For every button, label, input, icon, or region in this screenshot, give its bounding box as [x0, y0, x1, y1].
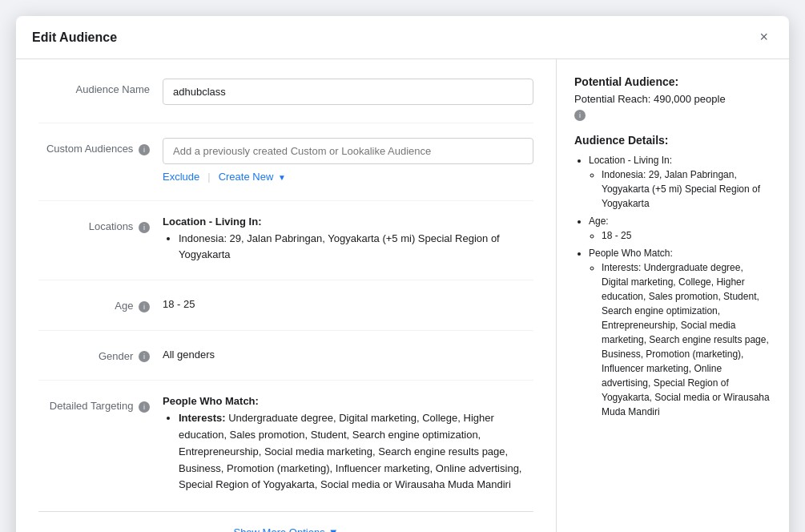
gender-row: Gender i All genders	[38, 330, 533, 363]
create-new-dropdown-icon: ▼	[278, 173, 286, 182]
age-value: 18 - 25	[163, 295, 533, 310]
age-label: Age i	[38, 295, 163, 312]
separator: |	[207, 171, 210, 183]
audience-name-label: Audience Name	[38, 79, 163, 95]
details-age-sub: 18 - 25	[602, 228, 771, 243]
close-button[interactable]: ×	[755, 27, 773, 47]
details-people-match-sublist: Interests: Undergraduate degree, Digital…	[589, 260, 771, 419]
location-list: Indonesia: 29, Jalan Pabringan, Yogyakar…	[163, 231, 533, 262]
detailed-targeting-content: People Who Match: Interests: Undergradua…	[163, 395, 533, 494]
left-panel: Audience Name Custom Audiences i Exclude…	[16, 59, 557, 532]
create-new-button[interactable]: Create New ▼	[219, 171, 286, 183]
details-location-item: Location - Living In: Indonesia: 29, Jal…	[589, 153, 771, 211]
locations-content: Location - Living In: Indonesia: 29, Jal…	[163, 216, 533, 262]
interests-value: Undergraduate degree, Digital marketing,…	[179, 412, 521, 490]
age-info-icon[interactable]: i	[139, 301, 150, 312]
custom-audiences-row: Custom Audiences i Exclude | Create New …	[38, 123, 533, 183]
custom-audiences-input[interactable]	[163, 138, 533, 164]
show-more-dropdown-icon: ▼	[328, 526, 339, 532]
age-row: Age i 18 - 25	[38, 280, 533, 312]
details-people-match-item: People Who Match: Interests: Undergradua…	[589, 246, 771, 419]
potential-reach: Potential Reach: 490,000 people	[574, 93, 771, 105]
locations-label: Locations i	[38, 216, 163, 233]
custom-audiences-label: Custom Audiences i	[38, 138, 163, 155]
people-match-title: People Who Match:	[163, 395, 533, 407]
location-type: Location - Living In:	[163, 216, 533, 228]
audience-details-list: Location - Living In: Indonesia: 29, Jal…	[574, 153, 771, 419]
custom-audiences-info-icon[interactable]: i	[139, 144, 150, 155]
modal-header: Edit Audience ×	[16, 16, 789, 59]
details-location-sub: Indonesia: 29, Jalan Pabringan, Yogyakar…	[602, 167, 771, 211]
details-people-match-sub: Interests: Undergraduate degree, Digital…	[602, 260, 771, 419]
gender-content: All genders	[163, 345, 533, 361]
custom-audiences-content: Exclude | Create New ▼	[163, 138, 533, 183]
location-item: Indonesia: 29, Jalan Pabringan, Yogyakar…	[179, 231, 533, 262]
potential-reach-info-icon[interactable]: i	[574, 110, 586, 121]
audience-name-input[interactable]	[163, 79, 533, 105]
exclude-create-row: Exclude | Create New ▼	[163, 171, 533, 183]
gender-value: All genders	[163, 345, 533, 361]
exclude-button[interactable]: Exclude	[163, 171, 199, 183]
modal-body: Audience Name Custom Audiences i Exclude…	[16, 59, 789, 532]
show-more-button[interactable]: Show More Options ▼	[233, 526, 338, 532]
interests-item: Interests: Undergraduate degree, Digital…	[179, 410, 533, 494]
audience-details-title: Audience Details:	[574, 134, 771, 147]
audience-name-row: Audience Name	[38, 79, 533, 105]
interests-label: Interests:	[179, 412, 228, 424]
details-age-sublist: 18 - 25	[589, 228, 771, 243]
age-content: 18 - 25	[163, 295, 533, 310]
audience-name-content	[163, 79, 533, 105]
potential-audience-title: Potential Audience:	[574, 75, 771, 88]
modal-title: Edit Audience	[32, 30, 117, 45]
detailed-targeting-row: Detailed Targeting i People Who Match: I…	[38, 380, 533, 494]
gender-label: Gender i	[38, 345, 163, 363]
locations-info-icon[interactable]: i	[139, 222, 150, 233]
gender-info-icon[interactable]: i	[139, 351, 150, 362]
interests-list: Interests: Undergraduate degree, Digital…	[163, 410, 533, 494]
show-more-container: Show More Options ▼	[38, 511, 533, 532]
detailed-targeting-label: Detailed Targeting i	[38, 395, 163, 413]
details-location-sublist: Indonesia: 29, Jalan Pabringan, Yogyakar…	[589, 167, 771, 211]
locations-row: Locations i Location - Living In: Indone…	[38, 200, 533, 262]
details-age-item: Age: 18 - 25	[589, 214, 771, 243]
edit-audience-modal: Edit Audience × Audience Name Custom Aud…	[16, 16, 789, 532]
right-panel: Potential Audience: Potential Reach: 490…	[557, 59, 789, 532]
detailed-targeting-info-icon[interactable]: i	[139, 401, 150, 413]
